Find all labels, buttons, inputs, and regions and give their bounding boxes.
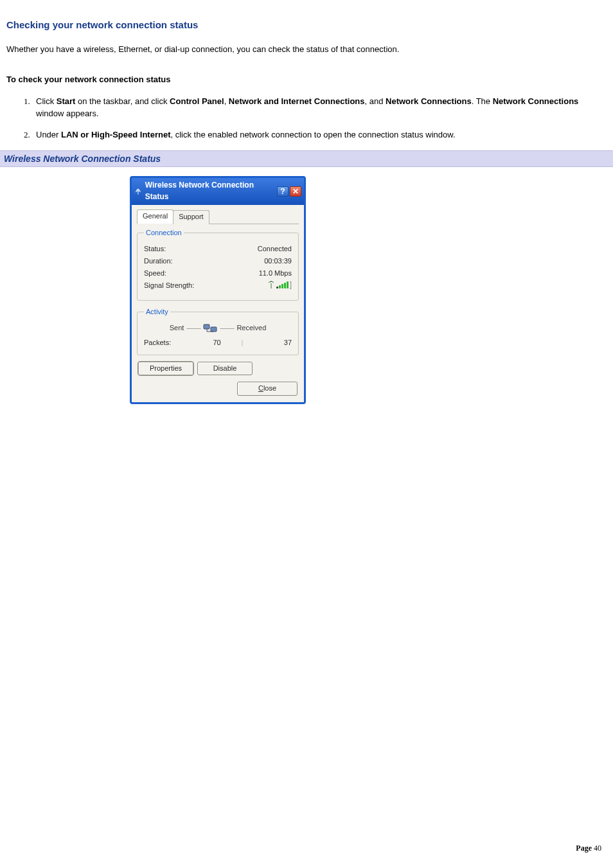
procedure-step: Under LAN or High-Speed Internet, click … (32, 129, 607, 141)
figure-caption: Wireless Network Connection Status (0, 150, 613, 167)
sent-label: Sent (170, 323, 184, 333)
status-label: Status: (144, 244, 166, 254)
step-text: . The (472, 96, 493, 106)
step-text: , and (365, 96, 386, 106)
connection-status-dialog: Wireless Network Connection Status ? ✕ G… (130, 176, 306, 404)
procedure-list: Click Start on the taskbar, and click Co… (6, 96, 607, 141)
activity-header-row: Sent —— —— Received (144, 323, 292, 334)
activity-group: Activity Sent —— —— (137, 307, 299, 355)
disable-button[interactable]: Disable (197, 362, 253, 376)
procedure-heading: To check your network connection status (6, 74, 607, 86)
wireless-icon (134, 188, 142, 195)
page-number-value: 40 (594, 844, 601, 853)
signal-bar-icon (287, 281, 289, 288)
step-bold: Start (57, 96, 76, 106)
signal-label: Signal Strength: (144, 281, 194, 291)
help-button[interactable]: ? (277, 186, 289, 197)
page-number: Page 40 (576, 843, 601, 854)
signal-strength-indicator: ] (268, 281, 292, 292)
received-label: Received (236, 323, 266, 333)
step-text: Under (36, 130, 61, 139)
signal-bar-icon (281, 284, 283, 288)
packets-sent-value: 70 (193, 338, 242, 348)
duration-value: 00:03:39 (264, 256, 292, 267)
activity-legend: Activity (144, 307, 170, 317)
titlebar-left: Wireless Network Connection Status (134, 180, 277, 202)
activity-spacer (144, 323, 146, 333)
step-bold: LAN or High-Speed Internet (61, 130, 170, 139)
activity-spacer (290, 323, 292, 333)
step-text: , click the enabled network connection t… (170, 130, 455, 139)
step-bold: Network and Internet Connections (229, 96, 365, 106)
speed-row: Speed: 11.0 Mbps (144, 269, 292, 279)
step-bold: Network Connections (386, 96, 472, 106)
svg-rect-0 (204, 324, 209, 329)
connection-group: Connection Status: Connected Duration: 0… (137, 228, 299, 301)
dialog-button-row: Properties Disable (138, 362, 299, 376)
procedure-step: Click Start on the taskbar, and click Co… (32, 96, 607, 120)
titlebar-buttons: ? ✕ (277, 186, 301, 197)
packets-label: Packets: (144, 338, 193, 348)
close-button-mnemonic: C (258, 384, 263, 392)
close-button[interactable]: Close (237, 382, 298, 396)
signal-bar-icon (279, 285, 281, 288)
network-activity-icon (203, 323, 217, 334)
step-text: window appears. (36, 109, 99, 118)
close-button-rest: lose (263, 384, 276, 392)
status-row: Status: Connected (144, 244, 292, 254)
packets-row: Packets: 70 | 37 (144, 338, 292, 348)
dialog-titlebar[interactable]: Wireless Network Connection Status ? ✕ (132, 178, 304, 205)
tab-general[interactable]: General (137, 209, 173, 224)
step-bold: Network Connections (493, 96, 579, 106)
duration-row: Duration: 00:03:39 (144, 256, 292, 267)
dash-icon: —— (220, 323, 234, 333)
section-heading: Checking your network connection status (6, 18, 607, 32)
step-bold: Control Panel (170, 96, 224, 106)
signal-row: Signal Strength: ] (144, 281, 292, 292)
properties-button[interactable]: Properties (138, 362, 193, 376)
packets-received-value: 37 (243, 338, 292, 348)
status-value: Connected (258, 244, 292, 254)
dash-icon: —— (186, 323, 200, 333)
tab-strip: General Support (137, 209, 299, 224)
duration-label: Duration: (144, 256, 173, 267)
connection-legend: Connection (144, 228, 184, 238)
page-number-label: Page (576, 844, 594, 853)
dialog-title: Wireless Network Connection Status (145, 180, 277, 202)
antenna-icon (268, 281, 274, 288)
signal-bar-icon (276, 287, 278, 288)
close-window-button[interactable]: ✕ (290, 186, 301, 197)
speed-label: Speed: (144, 269, 166, 279)
step-text: , (224, 96, 229, 106)
dialog-body: General Support Connection Status: Conne… (132, 205, 304, 402)
signal-bar-icon (284, 283, 286, 288)
svg-rect-1 (211, 327, 217, 332)
speed-value: 11.0 Mbps (259, 269, 292, 279)
dialog-footer: Close (137, 382, 299, 397)
tab-support[interactable]: Support (173, 210, 209, 224)
step-text: Click (36, 96, 57, 106)
signal-bracket-icon: ] (290, 281, 292, 288)
step-text: on the taskbar, and click (75, 96, 170, 106)
document-page: Checking your network connection status … (0, 0, 613, 868)
intro-paragraph: Whether you have a wireless, Ethernet, o… (6, 44, 607, 56)
